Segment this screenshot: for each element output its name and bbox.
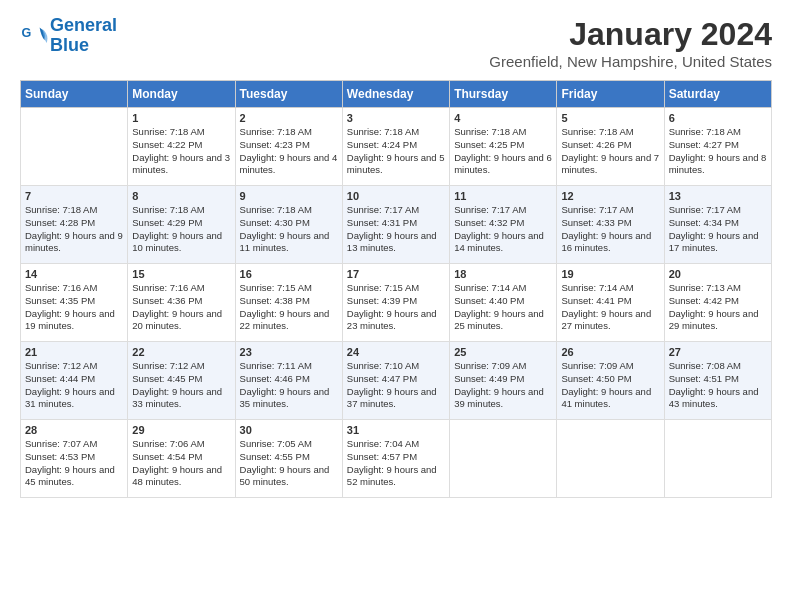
- calendar-cell: 26Sunrise: 7:09 AMSunset: 4:50 PMDayligh…: [557, 342, 664, 420]
- calendar-cell: 16Sunrise: 7:15 AMSunset: 4:38 PMDayligh…: [235, 264, 342, 342]
- page-container: G General Blue January 2024 Greenfield, …: [0, 0, 792, 508]
- cell-info: Sunrise: 7:18 AMSunset: 4:24 PMDaylight:…: [347, 126, 445, 177]
- day-number: 21: [25, 346, 123, 358]
- day-number: 20: [669, 268, 767, 280]
- cell-info: Sunrise: 7:06 AMSunset: 4:54 PMDaylight:…: [132, 438, 230, 489]
- header: G General Blue January 2024 Greenfield, …: [20, 16, 772, 70]
- calendar-cell: 12Sunrise: 7:17 AMSunset: 4:33 PMDayligh…: [557, 186, 664, 264]
- calendar-cell: [21, 108, 128, 186]
- calendar-cell: [664, 420, 771, 498]
- calendar-cell: 8Sunrise: 7:18 AMSunset: 4:29 PMDaylight…: [128, 186, 235, 264]
- calendar-week-row: 7Sunrise: 7:18 AMSunset: 4:28 PMDaylight…: [21, 186, 772, 264]
- day-number: 30: [240, 424, 338, 436]
- day-number: 10: [347, 190, 445, 202]
- cell-info: Sunrise: 7:18 AMSunset: 4:26 PMDaylight:…: [561, 126, 659, 177]
- calendar-cell: 22Sunrise: 7:12 AMSunset: 4:45 PMDayligh…: [128, 342, 235, 420]
- calendar-cell: 14Sunrise: 7:16 AMSunset: 4:35 PMDayligh…: [21, 264, 128, 342]
- header-day-sunday: Sunday: [21, 81, 128, 108]
- calendar-header-row: SundayMondayTuesdayWednesdayThursdayFrid…: [21, 81, 772, 108]
- day-number: 2: [240, 112, 338, 124]
- day-number: 23: [240, 346, 338, 358]
- calendar-cell: 28Sunrise: 7:07 AMSunset: 4:53 PMDayligh…: [21, 420, 128, 498]
- calendar-cell: 18Sunrise: 7:14 AMSunset: 4:40 PMDayligh…: [450, 264, 557, 342]
- cell-info: Sunrise: 7:14 AMSunset: 4:41 PMDaylight:…: [561, 282, 659, 333]
- calendar-cell: 19Sunrise: 7:14 AMSunset: 4:41 PMDayligh…: [557, 264, 664, 342]
- calendar-cell: 10Sunrise: 7:17 AMSunset: 4:31 PMDayligh…: [342, 186, 449, 264]
- calendar-week-row: 14Sunrise: 7:16 AMSunset: 4:35 PMDayligh…: [21, 264, 772, 342]
- cell-info: Sunrise: 7:18 AMSunset: 4:30 PMDaylight:…: [240, 204, 338, 255]
- calendar-cell: [557, 420, 664, 498]
- day-number: 4: [454, 112, 552, 124]
- calendar-cell: 3Sunrise: 7:18 AMSunset: 4:24 PMDaylight…: [342, 108, 449, 186]
- main-title: January 2024: [489, 16, 772, 53]
- day-number: 27: [669, 346, 767, 358]
- calendar-cell: 13Sunrise: 7:17 AMSunset: 4:34 PMDayligh…: [664, 186, 771, 264]
- cell-info: Sunrise: 7:17 AMSunset: 4:33 PMDaylight:…: [561, 204, 659, 255]
- header-day-friday: Friday: [557, 81, 664, 108]
- calendar-cell: 24Sunrise: 7:10 AMSunset: 4:47 PMDayligh…: [342, 342, 449, 420]
- cell-info: Sunrise: 7:09 AMSunset: 4:49 PMDaylight:…: [454, 360, 552, 411]
- calendar-cell: [450, 420, 557, 498]
- calendar-cell: 27Sunrise: 7:08 AMSunset: 4:51 PMDayligh…: [664, 342, 771, 420]
- day-number: 15: [132, 268, 230, 280]
- calendar-cell: 29Sunrise: 7:06 AMSunset: 4:54 PMDayligh…: [128, 420, 235, 498]
- day-number: 26: [561, 346, 659, 358]
- cell-info: Sunrise: 7:11 AMSunset: 4:46 PMDaylight:…: [240, 360, 338, 411]
- day-number: 19: [561, 268, 659, 280]
- day-number: 22: [132, 346, 230, 358]
- calendar-cell: 9Sunrise: 7:18 AMSunset: 4:30 PMDaylight…: [235, 186, 342, 264]
- day-number: 1: [132, 112, 230, 124]
- logo-icon: G: [20, 22, 48, 50]
- header-day-thursday: Thursday: [450, 81, 557, 108]
- day-number: 12: [561, 190, 659, 202]
- calendar-cell: 20Sunrise: 7:13 AMSunset: 4:42 PMDayligh…: [664, 264, 771, 342]
- calendar-cell: 17Sunrise: 7:15 AMSunset: 4:39 PMDayligh…: [342, 264, 449, 342]
- cell-info: Sunrise: 7:17 AMSunset: 4:34 PMDaylight:…: [669, 204, 767, 255]
- logo: G General Blue: [20, 16, 117, 56]
- calendar-cell: 21Sunrise: 7:12 AMSunset: 4:44 PMDayligh…: [21, 342, 128, 420]
- day-number: 8: [132, 190, 230, 202]
- day-number: 29: [132, 424, 230, 436]
- day-number: 13: [669, 190, 767, 202]
- calendar-cell: 23Sunrise: 7:11 AMSunset: 4:46 PMDayligh…: [235, 342, 342, 420]
- title-block: January 2024 Greenfield, New Hampshire, …: [489, 16, 772, 70]
- day-number: 5: [561, 112, 659, 124]
- cell-info: Sunrise: 7:18 AMSunset: 4:23 PMDaylight:…: [240, 126, 338, 177]
- header-day-wednesday: Wednesday: [342, 81, 449, 108]
- day-number: 18: [454, 268, 552, 280]
- day-number: 6: [669, 112, 767, 124]
- cell-info: Sunrise: 7:13 AMSunset: 4:42 PMDaylight:…: [669, 282, 767, 333]
- cell-info: Sunrise: 7:16 AMSunset: 4:36 PMDaylight:…: [132, 282, 230, 333]
- cell-info: Sunrise: 7:07 AMSunset: 4:53 PMDaylight:…: [25, 438, 123, 489]
- cell-info: Sunrise: 7:18 AMSunset: 4:22 PMDaylight:…: [132, 126, 230, 177]
- day-number: 24: [347, 346, 445, 358]
- cell-info: Sunrise: 7:15 AMSunset: 4:38 PMDaylight:…: [240, 282, 338, 333]
- day-number: 28: [25, 424, 123, 436]
- calendar-cell: 1Sunrise: 7:18 AMSunset: 4:22 PMDaylight…: [128, 108, 235, 186]
- cell-info: Sunrise: 7:14 AMSunset: 4:40 PMDaylight:…: [454, 282, 552, 333]
- header-day-tuesday: Tuesday: [235, 81, 342, 108]
- cell-info: Sunrise: 7:17 AMSunset: 4:31 PMDaylight:…: [347, 204, 445, 255]
- cell-info: Sunrise: 7:17 AMSunset: 4:32 PMDaylight:…: [454, 204, 552, 255]
- cell-info: Sunrise: 7:04 AMSunset: 4:57 PMDaylight:…: [347, 438, 445, 489]
- svg-text:G: G: [21, 26, 31, 40]
- cell-info: Sunrise: 7:18 AMSunset: 4:25 PMDaylight:…: [454, 126, 552, 177]
- calendar-table: SundayMondayTuesdayWednesdayThursdayFrid…: [20, 80, 772, 498]
- day-number: 11: [454, 190, 552, 202]
- calendar-cell: 31Sunrise: 7:04 AMSunset: 4:57 PMDayligh…: [342, 420, 449, 498]
- cell-info: Sunrise: 7:12 AMSunset: 4:45 PMDaylight:…: [132, 360, 230, 411]
- cell-info: Sunrise: 7:08 AMSunset: 4:51 PMDaylight:…: [669, 360, 767, 411]
- logo-text: General Blue: [50, 16, 117, 56]
- calendar-cell: 15Sunrise: 7:16 AMSunset: 4:36 PMDayligh…: [128, 264, 235, 342]
- cell-info: Sunrise: 7:18 AMSunset: 4:28 PMDaylight:…: [25, 204, 123, 255]
- header-day-saturday: Saturday: [664, 81, 771, 108]
- day-number: 3: [347, 112, 445, 124]
- cell-info: Sunrise: 7:16 AMSunset: 4:35 PMDaylight:…: [25, 282, 123, 333]
- header-day-monday: Monday: [128, 81, 235, 108]
- day-number: 16: [240, 268, 338, 280]
- calendar-cell: 25Sunrise: 7:09 AMSunset: 4:49 PMDayligh…: [450, 342, 557, 420]
- day-number: 14: [25, 268, 123, 280]
- calendar-cell: 30Sunrise: 7:05 AMSunset: 4:55 PMDayligh…: [235, 420, 342, 498]
- calendar-cell: 2Sunrise: 7:18 AMSunset: 4:23 PMDaylight…: [235, 108, 342, 186]
- calendar-cell: 11Sunrise: 7:17 AMSunset: 4:32 PMDayligh…: [450, 186, 557, 264]
